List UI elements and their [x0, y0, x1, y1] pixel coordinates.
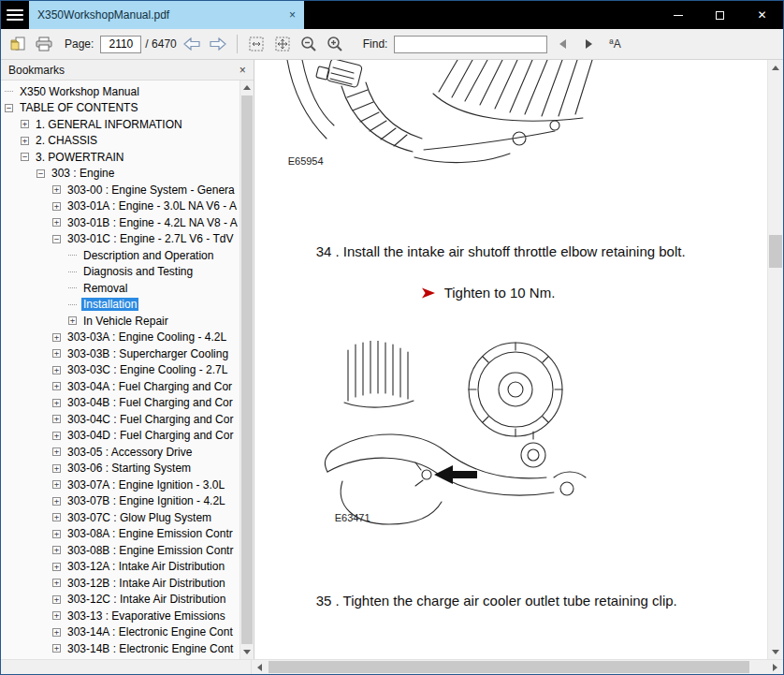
previous-page-button[interactable]: [181, 33, 203, 55]
bookmark-label[interactable]: 303-03B : Supercharger Cooling: [65, 347, 230, 360]
expand-plus-icon[interactable]: +: [52, 366, 61, 374]
bookmark-label[interactable]: 303-03A : Engine Cooling - 4.2L: [65, 330, 228, 344]
bookmark-item[interactable]: +303-14B : Electronic Engine Cont: [1, 640, 240, 657]
bookmark-label[interactable]: 303-01A : Engine - 3.0L NA V6 - A: [65, 199, 239, 213]
bookmark-label[interactable]: 303-12A : Intake Air Distribution: [65, 560, 226, 573]
document-tab[interactable]: X350WorkshopManual.pdf ×: [29, 1, 304, 29]
bookmark-label[interactable]: 303-04D : Fuel Charging and Cor: [65, 429, 235, 442]
find-input[interactable]: [394, 36, 547, 53]
bookmark-item[interactable]: +303-07A : Engine Ignition - 3.0L: [1, 477, 240, 493]
print-button[interactable]: [33, 33, 55, 55]
horizontal-scrollbar[interactable]: [252, 660, 783, 674]
vertical-scroll-thumb[interactable]: [769, 235, 782, 268]
bookmark-label[interactable]: 2. CHASSIS: [34, 134, 99, 147]
expand-plus-icon[interactable]: +: [52, 399, 61, 407]
bookmark-item[interactable]: +303-03A : Engine Cooling - 4.2L: [1, 330, 240, 346]
bookmark-label[interactable]: Installation: [81, 298, 138, 311]
sidebar-scroll-up-button[interactable]: [240, 81, 254, 95]
bookmark-label[interactable]: 303-05 : Accessory Drive: [65, 446, 194, 459]
bookmark-item[interactable]: +303-01B : Engine - 4.2L NA V8 - A: [1, 214, 240, 231]
bookmark-label[interactable]: 303-08A : Engine Emission Contr: [65, 527, 235, 540]
bookmark-label[interactable]: Diagnosis and Testing: [81, 265, 195, 278]
expand-plus-icon[interactable]: +: [52, 415, 61, 423]
bookmark-item[interactable]: −TABLE OF CONTENTS: [1, 100, 240, 117]
bookmark-label[interactable]: 303-08B : Engine Emission Contr: [65, 544, 235, 557]
sidebar-close-icon[interactable]: ×: [240, 64, 246, 77]
scroll-down-button[interactable]: [768, 644, 783, 659]
maximize-button[interactable]: [699, 1, 741, 29]
bookmark-item[interactable]: X350 Workshop Manual: [1, 83, 240, 100]
bookmark-label[interactable]: TABLE OF CONTENTS: [18, 101, 139, 114]
bookmark-label[interactable]: 303-12C : Intake Air Distribution: [65, 593, 227, 606]
expand-plus-icon[interactable]: +: [68, 316, 77, 325]
expand-plus-icon[interactable]: +: [52, 546, 61, 554]
expand-plus-icon[interactable]: +: [52, 202, 61, 211]
sidebar-scrollbar[interactable]: [240, 81, 254, 659]
minimize-button[interactable]: [657, 1, 699, 29]
sidebar-scroll-thumb[interactable]: [241, 95, 253, 644]
bookmark-item[interactable]: −303-01C : Engine - 2.7L V6 - TdV: [1, 231, 240, 248]
bookmark-label[interactable]: 303-03C : Engine Cooling - 2.7L: [65, 363, 229, 376]
bookmark-label[interactable]: 303-04A : Fuel Charging and Cor: [65, 380, 234, 393]
zoom-out-button[interactable]: [298, 33, 320, 55]
bookmark-label[interactable]: X350 Workshop Manual: [18, 85, 141, 98]
expand-plus-icon[interactable]: +: [52, 628, 61, 637]
expand-plus-icon[interactable]: +: [52, 185, 61, 194]
bookmark-label[interactable]: 303-07B : Engine Ignition - 4.2L: [65, 494, 227, 507]
bookmark-label[interactable]: 303-04C : Fuel Charging and Cor: [65, 413, 235, 426]
bookmark-item[interactable]: Removal: [1, 280, 240, 297]
bookmark-item[interactable]: −303 : Engine: [1, 166, 240, 183]
collapse-minus-icon[interactable]: −: [5, 104, 13, 112]
bookmark-item[interactable]: +303-00 : Engine System - Genera: [1, 182, 240, 198]
bookmark-label[interactable]: 303-07C : Glow Plug System: [65, 511, 213, 524]
bookmark-item[interactable]: +303-08A : Engine Emission Contr: [1, 526, 240, 543]
page-number-input[interactable]: [100, 36, 141, 53]
bookmark-label[interactable]: 303-07A : Engine Ignition - 3.0L: [65, 478, 226, 492]
bookmark-item[interactable]: +303-13 : Evaporative Emissions: [1, 608, 240, 624]
bookmark-item[interactable]: Diagnosis and Testing: [1, 264, 240, 281]
open-document-button[interactable]: [7, 33, 29, 55]
zoom-in-button[interactable]: [324, 33, 346, 55]
expand-plus-icon[interactable]: +: [52, 530, 61, 538]
expand-plus-icon[interactable]: +: [52, 349, 61, 358]
find-next-button[interactable]: [577, 33, 600, 55]
bookmark-item[interactable]: +1. GENERAL INFORMATION: [1, 116, 240, 133]
horizontal-scroll-thumb[interactable]: [269, 661, 749, 673]
match-case-button[interactable]: ªA: [603, 33, 626, 55]
scroll-left-button[interactable]: [252, 660, 268, 674]
bookmark-item[interactable]: +303-12C : Intake Air Distribution: [1, 592, 240, 609]
bookmark-label[interactable]: 3. POWERTRAIN: [34, 151, 125, 164]
collapse-minus-icon[interactable]: −: [52, 235, 61, 243]
vertical-scrollbar[interactable]: [767, 60, 783, 659]
find-previous-button[interactable]: [551, 33, 573, 55]
expand-plus-icon[interactable]: +: [52, 595, 61, 604]
bookmark-item[interactable]: +303-03B : Supercharger Cooling: [1, 345, 240, 362]
bookmark-label[interactable]: 303-14B : Electronic Engine Cont: [65, 642, 235, 655]
bookmark-item[interactable]: +303-03C : Engine Cooling - 2.7L: [1, 362, 240, 379]
bookmark-item[interactable]: +303-12B : Intake Air Distribution: [1, 575, 240, 592]
bookmark-label[interactable]: In Vehicle Repair: [81, 315, 170, 328]
bookmark-item[interactable]: +303-04D : Fuel Charging and Cor: [1, 428, 240, 445]
expand-plus-icon[interactable]: +: [52, 579, 61, 587]
expand-plus-icon[interactable]: +: [52, 432, 61, 440]
bookmark-item[interactable]: +2. CHASSIS: [1, 133, 240, 150]
close-button[interactable]: ✕: [741, 1, 783, 29]
expand-plus-icon[interactable]: +: [52, 644, 61, 653]
expand-plus-icon[interactable]: +: [21, 120, 29, 128]
expand-plus-icon[interactable]: +: [52, 611, 61, 620]
bookmark-item[interactable]: +303-07C : Glow Plug System: [1, 509, 240, 526]
bookmark-label[interactable]: 303-13 : Evaporative Emissions: [65, 609, 227, 623]
bookmark-item[interactable]: Description and Operation: [1, 247, 240, 264]
bookmark-label[interactable]: 303-14A : Electronic Engine Cont: [65, 625, 235, 638]
bookmark-item[interactable]: +303-04C : Fuel Charging and Cor: [1, 411, 240, 428]
bookmark-item[interactable]: −3. POWERTRAIN: [1, 149, 240, 166]
bookmark-item[interactable]: +303-12A : Intake Air Distribution: [1, 559, 240, 576]
bookmark-item[interactable]: +303-04B : Fuel Charging and Cor: [1, 395, 240, 412]
bookmark-label[interactable]: Removal: [81, 282, 129, 295]
fit-width-button[interactable]: [245, 33, 268, 55]
bookmark-item[interactable]: +303-01A : Engine - 3.0L NA V6 - A: [1, 198, 240, 215]
bookmark-item[interactable]: +303-07B : Engine Ignition - 4.2L: [1, 493, 240, 510]
bookmark-label[interactable]: 303-04B : Fuel Charging and Cor: [65, 396, 235, 409]
expand-plus-icon[interactable]: +: [52, 382, 61, 390]
expand-plus-icon[interactable]: +: [52, 563, 61, 571]
